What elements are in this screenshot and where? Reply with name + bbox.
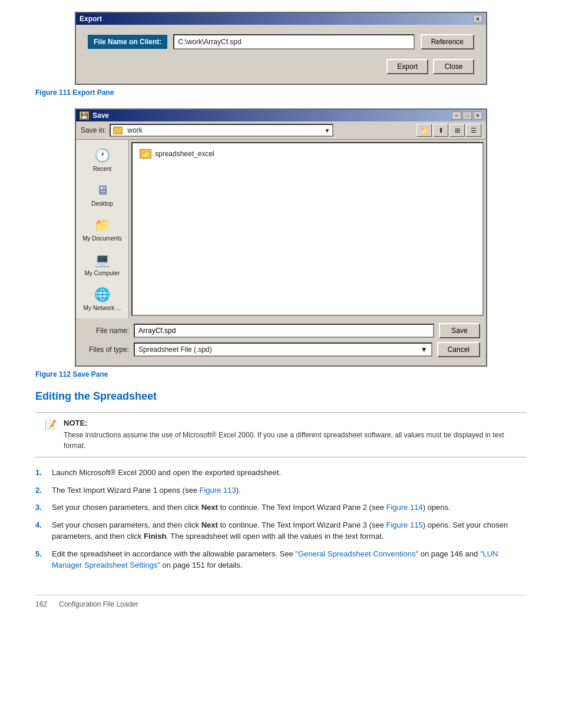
save-toolbar: Save in: work ▼ 📁 ⬆ ⊞ ☰ (76, 121, 486, 140)
note-icon: 📝 (45, 419, 57, 430)
desktop-icon: 🖥 (92, 182, 113, 199)
reference-button[interactable]: Reference (421, 34, 474, 50)
mynet-label: My Network ... (84, 305, 121, 311)
sidebar-item-mycomp[interactable]: 💻 My Computer (79, 249, 126, 279)
step-2-content: The Text Import Wizard Pane 1 opens (see… (52, 485, 527, 496)
filename-footer-input[interactable] (134, 324, 434, 338)
maximize-button[interactable]: □ (462, 111, 472, 120)
step-1: 1. Launch Microsoft® Excel 2000 and open… (35, 467, 527, 479)
dropdown-arrow-icon: ▼ (324, 127, 330, 134)
sidebar-item-mynet[interactable]: 🌐 My Network ... (79, 284, 126, 314)
lun-manager-link[interactable]: "LUN Manager Spreadsheet Settings" (52, 549, 498, 570)
step-2: 2. The Text Import Wizard Pane 1 opens (… (35, 485, 527, 496)
save-dialog: 💾 Save − □ × Save in: work ▼ 📁 ⬆ ⊞ ☰ 🕐 R… (75, 108, 487, 367)
sidebar-item-desktop[interactable]: 🖥 Desktop (79, 179, 126, 209)
page-footer: 162 Configuration File Loader (35, 595, 527, 608)
save-body: 🕐 Recent 🖥 Desktop 📁 My Documents 💻 My C… (76, 140, 486, 318)
save-titlebar-left: 💾 Save (80, 111, 109, 120)
export-titlebar: Export × (76, 13, 486, 25)
export-buttons: Export Close (88, 59, 474, 74)
note-box: 📝 NOTE: These instructions assume the us… (35, 412, 527, 457)
sidebar-item-recent[interactable]: 🕐 Recent (79, 144, 126, 174)
save-toolbar-icons: 📁 ⬆ ⊞ ☰ (416, 124, 481, 137)
figure-111-caption: Figure 111 Export Pane (35, 88, 527, 97)
step-3: 3. Set your chosen parameters, and then … (35, 502, 527, 513)
desktop-label: Desktop (91, 200, 113, 207)
steps-list: 1. Launch Microsoft® Excel 2000 and open… (35, 467, 527, 571)
export-row: File Name on Client: C:\work\ArrayCf.spd… (88, 34, 474, 50)
filetype-arrow-icon: ▼ (421, 345, 428, 354)
step-5: 5. Edit the spreadsheet in accordance wi… (35, 548, 527, 571)
footer-label: Configuration File Loader (59, 600, 138, 608)
note-title: NOTE: (64, 419, 517, 427)
filetype-value: Spreadsheet File (.spd) (138, 345, 212, 354)
page-number: 162 (35, 600, 47, 608)
figure-115-link[interactable]: Figure 115 (386, 521, 423, 529)
close-button[interactable]: Close (433, 59, 474, 74)
save-folder-icon: 💾 (80, 111, 89, 120)
save-in-label: Save in: (81, 126, 106, 134)
figure-114-link[interactable]: Figure 114 (386, 503, 423, 512)
recent-label: Recent (93, 166, 112, 172)
export-title: Export (80, 15, 102, 23)
my-network-icon: 🌐 (92, 286, 113, 304)
filetype-row: Files of type: Spreadsheet File (.spd) ▼… (82, 342, 480, 357)
step-3-number: 3. (35, 502, 46, 513)
general-spreadsheet-link[interactable]: "General Spreadsheet Conventions" (295, 549, 418, 558)
file-name-spreadsheet: spreadsheet_excel (155, 150, 214, 158)
save-titlebar-buttons: − □ × (452, 111, 482, 120)
save-titlebar: 💾 Save − □ × (76, 110, 486, 121)
section-heading: Editing the Spreadsheet (35, 390, 527, 403)
save-location: work (127, 126, 142, 134)
my-documents-icon: 📁 (92, 216, 113, 234)
step-2-number: 2. (35, 485, 46, 496)
step-4-content: Set your chosen parameters, and then cli… (52, 519, 527, 542)
minimize-button[interactable]: − (452, 111, 461, 120)
save-dialog-save-button[interactable]: Save (439, 323, 480, 338)
step-4-number: 4. (35, 519, 46, 542)
save-footer: File name: Save Files of type: Spreadshe… (76, 318, 486, 365)
figure-113-link[interactable]: Figure 113 (200, 486, 236, 495)
up-folder-icon[interactable]: ⬆ (433, 124, 448, 137)
step-5-content: Edit the spreadsheet in accordance with … (52, 548, 527, 571)
figure-112-caption: Figure 112 Save Pane (35, 370, 527, 378)
step-5-number: 5. (35, 548, 46, 571)
save-location-dropdown[interactable]: work ▼ (110, 124, 333, 137)
sidebar-item-mydocs[interactable]: 📁 My Documents (79, 214, 126, 244)
export-dialog: Export × File Name on Client: C:\work\Ar… (75, 12, 487, 85)
filetype-label: Files of type: (82, 345, 129, 354)
step-1-content: Launch Microsoft® Excel 2000 and open th… (52, 467, 527, 479)
save-dialog-cancel-button[interactable]: Cancel (437, 342, 480, 357)
step-1-number: 1. (35, 467, 46, 479)
note-content: NOTE: These instructions assume the use … (64, 419, 517, 451)
file-item-spreadsheet[interactable]: 📁 spreadsheet_excel (137, 148, 478, 160)
recent-icon: 🕐 (92, 147, 113, 164)
mydocs-label: My Documents (82, 235, 122, 242)
save-title: Save (92, 111, 109, 120)
export-content: File Name on Client: C:\work\ArrayCf.spd… (76, 25, 486, 84)
new-folder-icon[interactable]: 📁 (416, 124, 432, 137)
export-button[interactable]: Export (386, 59, 428, 74)
save-file-list: 📁 spreadsheet_excel (131, 142, 484, 316)
view-details-icon[interactable]: ☰ (466, 124, 481, 137)
save-sidebar: 🕐 Recent 🖥 Desktop 📁 My Documents 💻 My C… (76, 140, 129, 318)
filename-footer-label: File name: (82, 327, 129, 335)
export-close-button[interactable]: × (473, 15, 482, 23)
file-name-label: File Name on Client: (88, 35, 167, 49)
mycomp-label: My Computer (84, 270, 120, 276)
note-text: These instructions assume the use of Mic… (64, 430, 517, 451)
location-folder-icon (113, 127, 123, 134)
filetype-dropdown[interactable]: Spreadsheet File (.spd) ▼ (134, 342, 432, 357)
my-computer-icon: 💻 (92, 251, 113, 269)
filename-row: File name: Save (82, 323, 480, 338)
view-icons-icon[interactable]: ⊞ (449, 124, 465, 137)
step-3-content: Set your chosen parameters, and then cli… (52, 502, 527, 513)
file-name-input[interactable]: C:\work\ArrayCf.spd (173, 34, 414, 50)
step-4: 4. Set your chosen parameters, and then … (35, 519, 527, 542)
save-close-button[interactable]: × (473, 111, 482, 120)
file-folder-icon: 📁 (140, 149, 151, 159)
